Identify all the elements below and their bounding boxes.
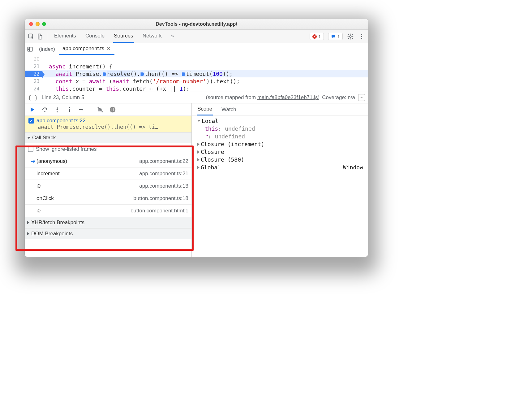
frame-location: app.component.ts:21 (139, 171, 188, 177)
editor-statusbar: { } Line 23, Column 5 (source mapped fro… (25, 92, 368, 103)
debugger-toolbar (25, 103, 191, 116)
close-tab-icon[interactable]: ✕ (107, 46, 111, 51)
step-out-icon[interactable] (66, 106, 73, 113)
line-number[interactable]: 21 (25, 63, 42, 69)
step-into-icon[interactable] (54, 106, 61, 113)
chevron-right-icon[interactable] (197, 166, 200, 169)
section-callstack-header[interactable]: Call Stack (25, 132, 191, 143)
breakpoint-checkbox[interactable] (28, 118, 34, 124)
debugger-panes: app.component.ts:22 await Promise.resolv… (25, 103, 368, 257)
svg-point-6 (361, 38, 362, 39)
file-tab-label: app.component.ts (62, 46, 104, 52)
inspect-element-icon[interactable] (28, 33, 35, 40)
paused-location[interactable]: app.component.ts:22 (36, 118, 86, 124)
titlebar: DevTools - ng-devtools.netlify.app/ (25, 19, 368, 30)
line-number[interactable]: 24 (25, 86, 42, 92)
code-text: async increment() { (42, 63, 113, 70)
frame-name: onClick (36, 195, 133, 202)
callstack-frame[interactable]: ➔(anonymous)app.component.ts:22 (25, 155, 191, 167)
section-dom-header[interactable]: DOM Breakpoints (25, 228, 191, 239)
debugger-right-pane: Scope Watch Local this: undefined r: und… (192, 103, 368, 257)
step-over-icon[interactable] (41, 106, 48, 113)
tab-elements[interactable]: Elements (54, 30, 77, 43)
svg-point-9 (57, 111, 58, 112)
svg-point-10 (69, 107, 70, 108)
message-icon (331, 34, 336, 39)
panel-tabs: Elements Console Sources Network » (54, 30, 174, 43)
callstack-frames: ➔(anonymous)app.component.ts:22increment… (25, 155, 191, 217)
issues-count-pill[interactable]: 1 (328, 33, 343, 40)
chevron-right-icon[interactable] (197, 143, 200, 146)
ignore-listed-toggle[interactable]: Show ignore-listed frames (25, 143, 191, 155)
error-count: 1 (318, 34, 321, 39)
svg-rect-13 (112, 108, 112, 111)
callstack-frame[interactable]: incrementapp.component.ts:21 (25, 167, 191, 180)
callstack-frame[interactable]: i0button.component.html:1 (25, 205, 191, 217)
line-number[interactable]: 23 (25, 78, 42, 84)
file-tab-app-component[interactable]: app.component.ts ✕ (59, 43, 114, 55)
code-text: const x = await (await fetch('/random-nu… (42, 78, 240, 85)
sourcemap-info: (source mapped from main.fa8bfa0e23f1eb7… (206, 94, 320, 101)
code-line[interactable]: 22 await Promise.resolve().then(() => ti… (25, 70, 368, 77)
code-line[interactable]: 23 const x = await (await fetch('/random… (25, 77, 368, 85)
navigator-toggle-icon[interactable] (25, 46, 35, 52)
resume-icon[interactable] (29, 106, 36, 113)
chevron-right-icon[interactable] (197, 158, 200, 161)
file-tab-index[interactable]: (index) (35, 44, 59, 55)
tab-scope[interactable]: Scope (197, 103, 213, 115)
frame-location: app.component.ts:22 (139, 158, 188, 164)
callstack-frame[interactable]: i0app.component.ts:13 (25, 180, 191, 192)
chevron-right-icon (27, 232, 29, 235)
separator (47, 33, 47, 40)
file-tab-label: (index) (39, 46, 55, 52)
svg-point-4 (361, 34, 362, 35)
error-icon: ✕ (312, 34, 317, 39)
code-editor[interactable]: 2021 async increment() {22 await Promise… (25, 55, 368, 92)
issues-count: 1 (337, 34, 340, 39)
tab-overflow[interactable]: » (170, 30, 174, 43)
debugger-left-pane: app.component.ts:22 await Promise.resolv… (25, 103, 192, 257)
code-line[interactable]: 24 this.counter = this.counter + (+x || … (25, 85, 368, 92)
code-line[interactable]: 21 async increment() { (25, 63, 368, 70)
separator (91, 106, 91, 113)
device-toggle-icon[interactable] (36, 33, 43, 40)
frame-location: button.component.ts:18 (133, 195, 188, 202)
frame-location: app.component.ts:13 (139, 183, 188, 189)
frame-location: button.component.html:1 (131, 208, 188, 214)
frame-name: i0 (36, 183, 139, 189)
chevron-down-icon[interactable] (197, 120, 200, 122)
chevron-right-icon[interactable] (197, 150, 200, 154)
callstack-frame[interactable]: onClickbutton.component.ts:18 (25, 192, 191, 205)
pretty-print-icon[interactable]: { } (28, 94, 38, 101)
scope-tree[interactable]: Local this: undefined r: undefined Closu… (192, 116, 368, 172)
section-xhr-header[interactable]: XHR/fetch Breakpoints (25, 217, 191, 228)
svg-point-8 (44, 111, 45, 112)
step-icon[interactable] (79, 106, 85, 113)
svg-point-11 (79, 109, 80, 110)
tab-sources[interactable]: Sources (113, 30, 134, 43)
error-count-pill[interactable]: ✕ 1 (310, 33, 324, 40)
settings-icon[interactable] (347, 33, 354, 40)
checkbox-icon[interactable] (28, 146, 33, 152)
svg-point-12 (110, 107, 115, 112)
svg-rect-14 (113, 108, 114, 111)
line-number[interactable]: 20 (25, 56, 42, 62)
kebab-menu-icon[interactable] (358, 33, 365, 40)
toolbar-right: ✕ 1 1 (310, 33, 365, 40)
tab-network[interactable]: Network (142, 30, 162, 43)
line-number[interactable]: 22 (25, 71, 42, 77)
current-frame-icon: ➔ (31, 158, 36, 165)
tab-console[interactable]: Console (85, 30, 105, 43)
expand-icon[interactable] (358, 94, 365, 101)
coverage-info: Coverage: n/a (322, 94, 355, 101)
tab-watch[interactable]: Watch (221, 104, 237, 115)
frame-name: increment (36, 171, 139, 177)
deactivate-breakpoints-icon[interactable] (97, 106, 104, 113)
window-title: DevTools - ng-devtools.netlify.app/ (25, 21, 368, 27)
chevron-right-icon (27, 221, 29, 224)
pause-icon[interactable] (109, 106, 116, 113)
chevron-down-icon (27, 137, 30, 139)
svg-rect-2 (40, 35, 42, 39)
code-line[interactable]: 20 (25, 55, 368, 63)
sourcemap-link[interactable]: main.fa8bfa0e23f1eb71.js (257, 94, 318, 100)
